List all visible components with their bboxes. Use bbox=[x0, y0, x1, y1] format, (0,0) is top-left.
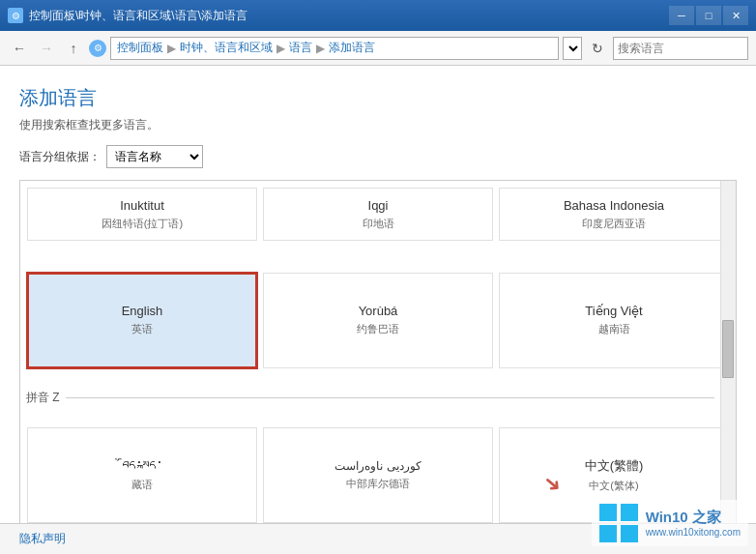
page-title: 添加语言 bbox=[19, 85, 737, 111]
path-add-language[interactable]: 添加语言 bbox=[329, 40, 375, 56]
scrollbar-thumb[interactable] bbox=[722, 320, 734, 378]
page-subtitle: 使用搜索框查找更多语言。 bbox=[19, 117, 737, 133]
language-primary-name: Iqgi bbox=[368, 198, 389, 213]
list-item[interactable]: བོད་སྐད་ 藏语 bbox=[27, 427, 257, 524]
language-grid-container: Inuktitut 因纽特语(拉丁语) Iqgi 印地语 Bahasa Indo… bbox=[19, 180, 737, 523]
close-button[interactable]: ✕ bbox=[723, 6, 748, 25]
list-item[interactable]: كوردیی ناوەراست 中部库尔德语 bbox=[263, 427, 493, 524]
list-item[interactable]: Inuktitut 因纽特语(拉丁语) bbox=[27, 188, 257, 241]
language-primary-name: Tiếng Việt bbox=[585, 304, 642, 318]
watermark-content: ➜ Win10 之家 www.win10xitong.com bbox=[592, 500, 748, 546]
section-header-label: 拼音 Z bbox=[26, 390, 60, 406]
path-sep-1: ▶ bbox=[167, 42, 176, 55]
language-primary-name: English bbox=[122, 304, 163, 318]
language-secondary-name: 中部库尔德语 bbox=[346, 477, 410, 491]
back-button[interactable]: ← bbox=[8, 37, 31, 60]
section-header-z: 拼音 Z ▲ bbox=[24, 371, 732, 424]
up-button[interactable]: ↑ bbox=[62, 37, 85, 60]
list-item[interactable]: Tiếng Việt 越南语 bbox=[499, 273, 729, 369]
main-content: 添加语言 使用搜索框查找更多语言。 语言分组依据： 语言名称 Inuktitut… bbox=[0, 66, 756, 523]
path-clock-region[interactable]: 时钟、语言和区域 bbox=[180, 40, 273, 56]
language-secondary-name: 英语 bbox=[131, 322, 153, 336]
address-bar: ← → ↑ ⚙ 控制面板 ▶ 时钟、语言和区域 ▶ 语言 ▶ 添加语言 ▼ ↻ … bbox=[0, 31, 756, 66]
group-dropdown[interactable]: 语言名称 bbox=[106, 145, 203, 168]
maximize-button[interactable]: □ bbox=[696, 6, 721, 25]
section-divider bbox=[66, 397, 714, 398]
svg-rect-0 bbox=[599, 504, 617, 521]
search-input[interactable] bbox=[618, 42, 756, 55]
language-secondary-name: 藏语 bbox=[131, 478, 153, 492]
language-secondary-name: 中文(繁体) bbox=[589, 479, 638, 493]
watermark-title: Win10 之家 bbox=[646, 509, 741, 527]
svg-rect-2 bbox=[599, 525, 617, 542]
title-bar-buttons: ─ □ ✕ bbox=[669, 6, 748, 25]
scrollbar[interactable] bbox=[720, 181, 736, 523]
watermark-url: www.win10xitong.com bbox=[646, 527, 741, 538]
minimize-button[interactable]: ─ bbox=[669, 6, 694, 25]
win10-logo-icon bbox=[599, 504, 638, 542]
group-label-row: 语言分组依据： 语言名称 bbox=[19, 145, 737, 168]
list-item[interactable]: English 英语 bbox=[27, 273, 257, 369]
language-primary-name: كوردیی ناوەراست bbox=[334, 459, 421, 473]
content-area: 添加语言 使用搜索框查找更多语言。 语言分组依据： 语言名称 Inuktitut… bbox=[0, 66, 756, 523]
language-secondary-name: 约鲁巴语 bbox=[357, 322, 399, 336]
language-secondary-name: 因纽特语(拉丁语) bbox=[102, 217, 183, 231]
path-controlpanel[interactable]: 控制面板 bbox=[117, 40, 163, 56]
language-secondary-name: 越南语 bbox=[598, 322, 630, 336]
language-grid: Inuktitut 因纽特语(拉丁语) Iqgi 印地语 Bahasa Indo… bbox=[20, 181, 736, 523]
title-bar-left: ⚙ 控制面板\时钟、语言和区域\语言\添加语言 bbox=[8, 8, 247, 24]
list-item[interactable]: Bahasa Indonesia 印度尼西亚语 bbox=[499, 188, 729, 241]
group-label: 语言分组依据： bbox=[19, 149, 101, 165]
language-primary-name: བོད་སྐད་ bbox=[122, 458, 162, 474]
svg-rect-3 bbox=[621, 525, 638, 542]
window-title: 控制面板\时钟、语言和区域\语言\添加语言 bbox=[29, 8, 247, 24]
path-sep-2: ▶ bbox=[276, 42, 285, 55]
language-primary-name: Yorùbá bbox=[359, 304, 398, 318]
address-icon: ⚙ bbox=[89, 40, 106, 57]
svg-rect-1 bbox=[621, 504, 638, 521]
language-secondary-name: 印度尼西亚语 bbox=[582, 217, 646, 231]
language-primary-name: Bahasa Indonesia bbox=[564, 198, 664, 213]
list-item[interactable]: Iqgi 印地语 bbox=[263, 188, 493, 241]
address-path[interactable]: 控制面板 ▶ 时钟、语言和区域 ▶ 语言 ▶ 添加语言 bbox=[110, 37, 559, 60]
language-primary-name: 中文(繁體) bbox=[585, 457, 644, 475]
watermark: ➜ Win10 之家 www.win10xitong.com bbox=[592, 500, 748, 546]
title-bar: ⚙ 控制面板\时钟、语言和区域\语言\添加语言 ─ □ ✕ bbox=[0, 0, 756, 31]
forward-button[interactable]: → bbox=[35, 37, 58, 60]
refresh-button[interactable]: ↻ bbox=[586, 37, 609, 60]
path-language[interactable]: 语言 bbox=[289, 40, 312, 56]
window-icon: ⚙ bbox=[8, 8, 23, 23]
language-primary-name: Inuktitut bbox=[120, 198, 164, 213]
address-dropdown[interactable]: ▼ bbox=[563, 37, 582, 60]
watermark-text-block: Win10 之家 www.win10xitong.com bbox=[646, 509, 741, 538]
list-item[interactable]: Yorùbá 约鲁巴语 bbox=[263, 273, 493, 369]
path-sep-3: ▶ bbox=[316, 42, 325, 55]
privacy-link[interactable]: 隐私声明 bbox=[19, 531, 66, 547]
search-box[interactable]: 🔍 bbox=[613, 37, 748, 60]
language-secondary-name: 印地语 bbox=[363, 217, 394, 231]
